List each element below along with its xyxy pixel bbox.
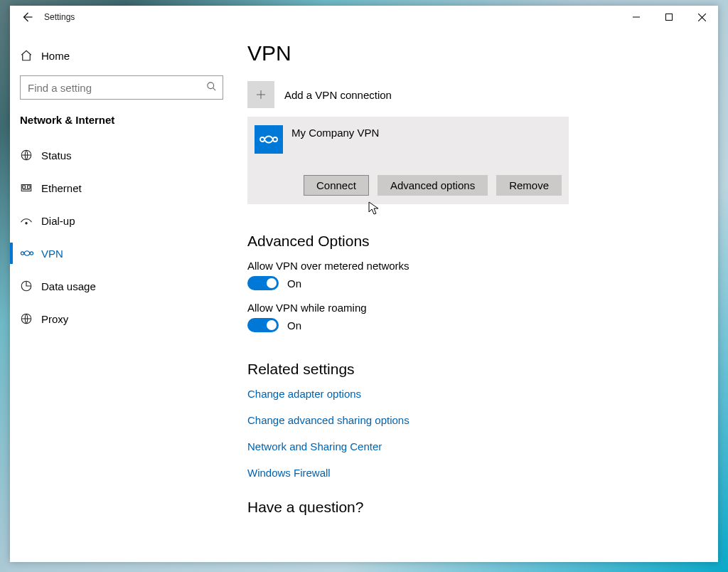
main-content: VPN Add a VPN connection My Company VPN … [233, 28, 718, 562]
option-roaming: Allow VPN while roaming On [247, 302, 704, 332]
back-button[interactable] [10, 11, 44, 23]
vpn-icon [20, 248, 41, 258]
connect-button[interactable]: Connect [304, 175, 369, 196]
search-field[interactable] [20, 75, 223, 100]
option-metered: Allow VPN over metered networks On [247, 260, 704, 290]
search-input[interactable] [26, 81, 206, 95]
sidebar-item-label: Data usage [41, 280, 96, 292]
sidebar-item-dialup[interactable]: Dial-up [10, 204, 233, 237]
svg-point-7 [21, 252, 23, 255]
add-vpn-label: Add a VPN connection [284, 89, 392, 101]
add-vpn-connection[interactable]: Add a VPN connection [247, 81, 704, 108]
sidebar-item-label: Proxy [41, 313, 68, 325]
minimize-button[interactable] [620, 6, 653, 28]
svg-rect-4 [23, 186, 26, 189]
vpn-connection-card[interactable]: My Company VPN Connect Advanced options … [247, 117, 569, 204]
link-change-adapter[interactable]: Change adapter options [247, 388, 704, 400]
have-a-question-heading: Have a question? [247, 499, 704, 516]
vpn-connection-name: My Company VPN [291, 125, 379, 139]
sidebar-item-ethernet[interactable]: Ethernet [10, 171, 233, 204]
toggle-metered[interactable] [247, 276, 279, 290]
svg-point-1 [208, 83, 214, 89]
sidebar-home-label: Home [41, 50, 70, 62]
sidebar-item-label: Status [41, 149, 72, 161]
plus-icon [247, 81, 274, 108]
svg-point-12 [273, 137, 277, 142]
ethernet-icon [20, 181, 41, 194]
settings-window: Settings Home [10, 6, 718, 562]
page-title: VPN [247, 41, 704, 65]
svg-point-11 [260, 137, 264, 142]
window-title: Settings [44, 12, 75, 22]
close-button[interactable] [685, 6, 718, 28]
toggle-roaming[interactable] [247, 318, 279, 332]
svg-rect-5 [28, 186, 31, 189]
sidebar-item-proxy[interactable]: Proxy [10, 302, 233, 335]
remove-button[interactable]: Remove [496, 175, 562, 196]
maximize-button[interactable] [653, 6, 685, 28]
proxy-icon [20, 312, 41, 325]
sidebar-item-vpn[interactable]: VPN [10, 237, 233, 270]
sidebar-item-datausage[interactable]: Data usage [10, 270, 233, 302]
link-adv-sharing[interactable]: Change advanced sharing options [247, 414, 704, 426]
toggle-metered-state: On [287, 277, 301, 290]
sidebar-item-label: Ethernet [41, 182, 82, 194]
sidebar-item-label: VPN [41, 248, 63, 260]
dialup-icon [20, 216, 41, 226]
search-icon [206, 81, 217, 94]
datausage-icon [20, 280, 41, 292]
svg-point-8 [30, 252, 33, 255]
advanced-options-heading: Advanced Options [247, 233, 704, 250]
link-windows-firewall[interactable]: Windows Firewall [247, 467, 704, 479]
sidebar-nav: Status Ethernet Dial-up [10, 139, 233, 335]
related-settings-heading: Related settings [247, 361, 704, 378]
option-roaming-label: Allow VPN while roaming [247, 302, 704, 314]
svg-point-6 [26, 223, 27, 224]
sidebar-item-status[interactable]: Status [10, 139, 233, 171]
sidebar-category: Network & Internet [10, 110, 233, 139]
sidebar: Home Network & Internet [10, 28, 233, 562]
advanced-options-button[interactable]: Advanced options [378, 175, 488, 196]
sidebar-item-label: Dial-up [41, 215, 75, 227]
svg-rect-0 [666, 14, 673, 21]
sidebar-home[interactable]: Home [10, 41, 233, 70]
option-metered-label: Allow VPN over metered networks [247, 260, 704, 272]
home-icon [20, 49, 41, 62]
related-links: Change adapter options Change advanced s… [247, 388, 704, 479]
titlebar: Settings [10, 6, 718, 28]
toggle-roaming-state: On [287, 319, 301, 332]
link-network-sharing-center[interactable]: Network and Sharing Center [247, 440, 704, 452]
globe-icon [20, 149, 41, 161]
vpn-connection-icon [255, 125, 283, 154]
